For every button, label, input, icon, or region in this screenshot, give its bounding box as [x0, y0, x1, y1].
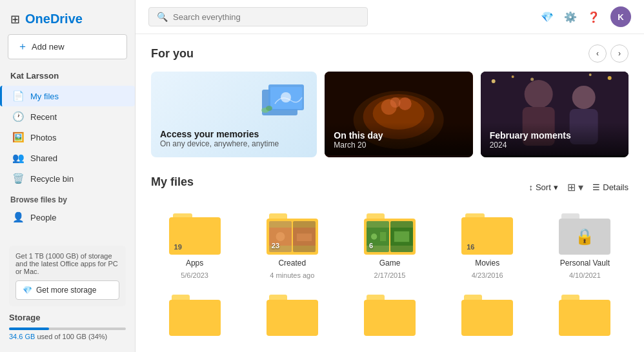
app-header: ⊞ OneDrive: [0, 6, 135, 34]
details-icon: ☰: [592, 182, 600, 192]
windows-icon: ⊞: [10, 12, 20, 26]
folder-row2-1[interactable]: [151, 289, 238, 341]
svg-point-15: [524, 80, 552, 108]
folder-row2-5[interactable]: [541, 289, 629, 341]
premium-icon[interactable]: 💎: [541, 11, 554, 23]
apps-folder-name: Apps: [186, 259, 203, 268]
svg-point-12: [390, 97, 401, 108]
movies-folder-name: Movies: [475, 259, 499, 268]
svg-point-11: [399, 97, 412, 110]
svg-point-5: [266, 106, 272, 111]
sort-icon: ↕: [528, 182, 533, 192]
sidebar-item-photos[interactable]: 🖼️ Photos: [0, 127, 135, 148]
game-folder-name: Game: [379, 259, 401, 268]
sidebar-item-people[interactable]: 👤 People: [0, 207, 135, 228]
get-more-storage-button[interactable]: 💎 Get more storage: [15, 280, 119, 300]
svg-point-29: [371, 233, 377, 239]
content-area: For you ‹ ›: [136, 34, 644, 351]
svg-point-22: [607, 76, 611, 80]
memories-card[interactable]: Access your memories On any device, anyw…: [151, 72, 317, 157]
toolbar-right: ↕ Sort ▾ ⊞ ▾ ☰ Details: [528, 181, 629, 193]
shared-icon: 👥: [12, 152, 24, 164]
grid-view-icon: ⊞ ▾: [567, 182, 583, 193]
next-arrow-button[interactable]: ›: [610, 44, 629, 63]
folder-row2-2[interactable]: [248, 289, 336, 341]
vault-lock-icon: 🔒: [575, 228, 594, 246]
svg-point-3: [281, 92, 291, 103]
svg-point-23: [589, 73, 591, 76]
my-files-title: My files: [151, 175, 194, 189]
sidebar-item-recent[interactable]: 🕐 Recent: [0, 106, 135, 127]
svg-rect-30: [380, 232, 386, 241]
february-moments-overlay: February moments 2024: [481, 122, 629, 157]
apps-count: 19: [174, 243, 182, 251]
vault-folder-date: 4/10/2021: [569, 271, 601, 279]
created-folder-date: 4 minutes ago: [270, 271, 314, 279]
browse-section-title: Browse files by: [0, 189, 135, 207]
storage-used-link[interactable]: 34.6 GB: [9, 333, 35, 340]
sidebar-item-recycle-bin[interactable]: 🗑️ Recycle bin: [0, 168, 135, 189]
february-moments-subtitle: 2024: [490, 141, 619, 150]
details-button[interactable]: ☰ Details: [592, 182, 629, 192]
storage-title: Storage: [9, 313, 126, 322]
plus-icon: ＋: [17, 40, 28, 54]
svg-rect-32: [394, 231, 409, 242]
folder-apps[interactable]: 19 Apps 5/6/2023: [151, 208, 238, 284]
sidebar: ⊞ OneDrive ＋ Add new Kat Larsson 📄 My fi…: [0, 0, 136, 352]
on-this-day-subtitle: March 20: [334, 141, 463, 150]
sort-chevron-icon: ▾: [554, 182, 558, 192]
folder-game-icon: 6: [364, 213, 416, 255]
movies-folder-date: 4/23/2016: [472, 271, 503, 279]
folder-created[interactable]: 23 Created 4 minutes ago: [248, 208, 336, 284]
recycle-bin-icon: 🗑️: [12, 173, 24, 184]
apps-folder-date: 5/6/2023: [181, 271, 208, 279]
folder-movies[interactable]: 16 Movies 4/23/2016: [444, 208, 531, 284]
created-folder-name: Created: [278, 259, 306, 268]
for-you-cards: Access your memories On any device, anyw…: [151, 72, 629, 157]
memories-illustration: [259, 78, 310, 125]
folder-row2-3[interactable]: [346, 289, 433, 341]
for-you-header: For you ‹ ›: [151, 44, 629, 63]
folder-movies-icon: 16: [461, 213, 513, 255]
svg-point-25: [276, 232, 285, 241]
top-right-icons: 💎 ⚙️ ❓ K: [541, 6, 631, 27]
svg-point-20: [511, 75, 514, 78]
photos-icon: 🖼️: [12, 132, 24, 143]
created-count: 23: [272, 242, 279, 249]
add-new-button[interactable]: ＋ Add new: [8, 34, 127, 59]
top-bar: 🔍 💎 ⚙️ ❓ K: [136, 0, 644, 34]
prev-arrow-button[interactable]: ‹: [589, 44, 607, 63]
main-content: 🔍 💎 ⚙️ ❓ K For you ‹ ›: [136, 0, 644, 352]
on-this-day-card[interactable]: On this day March 20: [325, 72, 472, 157]
movies-count: 16: [467, 243, 474, 251]
folder-personal-vault[interactable]: 🔒 Personal Vault 4/10/2021: [541, 208, 629, 284]
avatar[interactable]: K: [610, 6, 631, 27]
view-toggle-button[interactable]: ⊞ ▾: [567, 181, 583, 193]
carousel-nav: ‹ ›: [589, 44, 629, 63]
settings-icon[interactable]: ⚙️: [564, 11, 577, 23]
on-this-day-overlay: On this day March 20: [325, 122, 472, 157]
help-icon[interactable]: ❓: [587, 11, 600, 23]
sidebar-item-shared[interactable]: 👥 Shared: [0, 148, 135, 168]
for-you-title: For you: [151, 47, 194, 61]
search-bar[interactable]: 🔍: [148, 7, 368, 26]
svg-point-17: [572, 86, 595, 109]
vault-icon: 🔒: [559, 213, 610, 255]
svg-point-19: [491, 79, 495, 83]
search-input[interactable]: [173, 12, 359, 22]
february-moments-title: February moments: [490, 130, 619, 141]
february-moments-card[interactable]: February moments 2024: [481, 72, 629, 157]
files-grid: 19 Apps 5/6/2023: [151, 208, 629, 284]
sidebar-item-my-files[interactable]: 📄 My files: [0, 86, 135, 106]
sort-button[interactable]: ↕ Sort ▾: [528, 182, 558, 192]
game-count: 6: [369, 242, 373, 249]
game-folder-date: 2/17/2015: [374, 271, 406, 279]
files-grid-row2: [151, 289, 629, 341]
folder-created-icon: 23: [267, 213, 318, 255]
storage-section: Get 1 TB (1000 GB) of storage and the la…: [0, 239, 135, 346]
folder-game[interactable]: 6 Game 2/17/2015: [346, 208, 433, 284]
storage-bar-background: [9, 328, 126, 330]
diamond-icon: 💎: [23, 286, 32, 295]
storage-bar-fill: [9, 328, 49, 330]
folder-row2-4[interactable]: [444, 289, 531, 341]
